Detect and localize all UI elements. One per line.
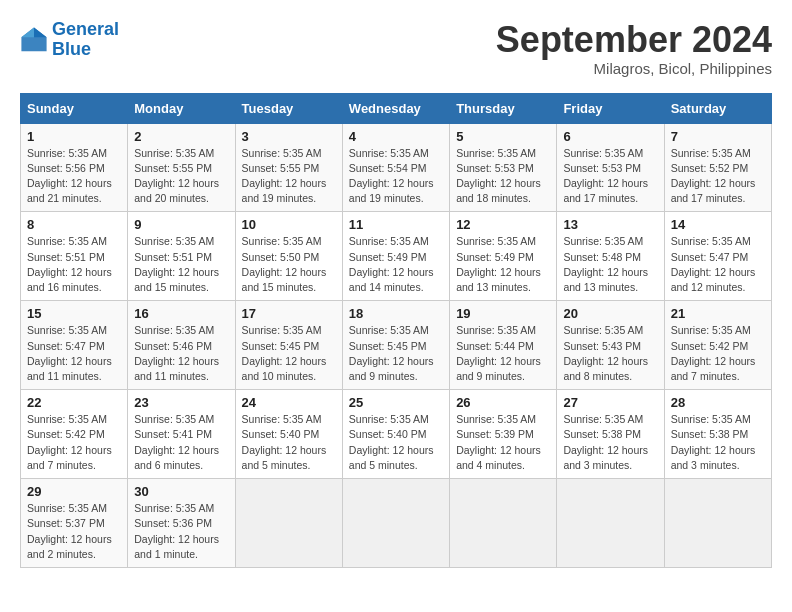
day-info: Sunrise: 5:35 AMSunset: 5:47 PMDaylight:… [27,324,112,382]
calendar-cell: 9 Sunrise: 5:35 AMSunset: 5:51 PMDayligh… [128,212,235,301]
month-title: September 2024 [496,20,772,60]
day-info: Sunrise: 5:35 AMSunset: 5:46 PMDaylight:… [134,324,219,382]
day-info: Sunrise: 5:35 AMSunset: 5:42 PMDaylight:… [671,324,756,382]
day-number: 19 [456,306,550,321]
day-number: 1 [27,129,121,144]
day-info: Sunrise: 5:35 AMSunset: 5:37 PMDaylight:… [27,502,112,560]
calendar-cell: 4 Sunrise: 5:35 AMSunset: 5:54 PMDayligh… [342,123,449,212]
day-number: 4 [349,129,443,144]
week-row-2: 8 Sunrise: 5:35 AMSunset: 5:51 PMDayligh… [21,212,772,301]
calendar-table: SundayMondayTuesdayWednesdayThursdayFrid… [20,93,772,568]
calendar-cell [557,479,664,568]
day-number: 28 [671,395,765,410]
day-info: Sunrise: 5:35 AMSunset: 5:36 PMDaylight:… [134,502,219,560]
calendar-cell: 24 Sunrise: 5:35 AMSunset: 5:40 PMDaylig… [235,390,342,479]
calendar-cell: 1 Sunrise: 5:35 AMSunset: 5:56 PMDayligh… [21,123,128,212]
day-info: Sunrise: 5:35 AMSunset: 5:50 PMDaylight:… [242,235,327,293]
day-number: 20 [563,306,657,321]
day-number: 11 [349,217,443,232]
day-info: Sunrise: 5:35 AMSunset: 5:40 PMDaylight:… [349,413,434,471]
day-info: Sunrise: 5:35 AMSunset: 5:40 PMDaylight:… [242,413,327,471]
header-row: SundayMondayTuesdayWednesdayThursdayFrid… [21,93,772,123]
week-row-1: 1 Sunrise: 5:35 AMSunset: 5:56 PMDayligh… [21,123,772,212]
calendar-cell [235,479,342,568]
calendar-cell: 3 Sunrise: 5:35 AMSunset: 5:55 PMDayligh… [235,123,342,212]
day-info: Sunrise: 5:35 AMSunset: 5:55 PMDaylight:… [242,147,327,205]
day-info: Sunrise: 5:35 AMSunset: 5:45 PMDaylight:… [242,324,327,382]
svg-marker-1 [34,27,47,37]
calendar-cell: 14 Sunrise: 5:35 AMSunset: 5:47 PMDaylig… [664,212,771,301]
day-info: Sunrise: 5:35 AMSunset: 5:42 PMDaylight:… [27,413,112,471]
day-number: 14 [671,217,765,232]
week-row-4: 22 Sunrise: 5:35 AMSunset: 5:42 PMDaylig… [21,390,772,479]
day-number: 27 [563,395,657,410]
calendar-cell: 11 Sunrise: 5:35 AMSunset: 5:49 PMDaylig… [342,212,449,301]
calendar-cell: 21 Sunrise: 5:35 AMSunset: 5:42 PMDaylig… [664,301,771,390]
day-number: 21 [671,306,765,321]
week-row-5: 29 Sunrise: 5:35 AMSunset: 5:37 PMDaylig… [21,479,772,568]
title-block: September 2024 Milagros, Bicol, Philippi… [496,20,772,77]
day-info: Sunrise: 5:35 AMSunset: 5:47 PMDaylight:… [671,235,756,293]
day-number: 7 [671,129,765,144]
logo-text: General Blue [52,20,119,60]
calendar-cell: 18 Sunrise: 5:35 AMSunset: 5:45 PMDaylig… [342,301,449,390]
day-info: Sunrise: 5:35 AMSunset: 5:45 PMDaylight:… [349,324,434,382]
day-info: Sunrise: 5:35 AMSunset: 5:52 PMDaylight:… [671,147,756,205]
calendar-cell [342,479,449,568]
page-header: General Blue September 2024 Milagros, Bi… [20,20,772,77]
day-number: 8 [27,217,121,232]
day-number: 3 [242,129,336,144]
header-cell-monday: Monday [128,93,235,123]
day-number: 30 [134,484,228,499]
day-number: 2 [134,129,228,144]
day-info: Sunrise: 5:35 AMSunset: 5:55 PMDaylight:… [134,147,219,205]
calendar-cell: 16 Sunrise: 5:35 AMSunset: 5:46 PMDaylig… [128,301,235,390]
calendar-cell [664,479,771,568]
calendar-cell: 5 Sunrise: 5:35 AMSunset: 5:53 PMDayligh… [450,123,557,212]
day-number: 22 [27,395,121,410]
calendar-cell: 2 Sunrise: 5:35 AMSunset: 5:55 PMDayligh… [128,123,235,212]
calendar-cell: 12 Sunrise: 5:35 AMSunset: 5:49 PMDaylig… [450,212,557,301]
day-number: 5 [456,129,550,144]
day-number: 13 [563,217,657,232]
day-info: Sunrise: 5:35 AMSunset: 5:48 PMDaylight:… [563,235,648,293]
calendar-cell: 22 Sunrise: 5:35 AMSunset: 5:42 PMDaylig… [21,390,128,479]
day-number: 10 [242,217,336,232]
calendar-cell: 6 Sunrise: 5:35 AMSunset: 5:53 PMDayligh… [557,123,664,212]
calendar-cell: 27 Sunrise: 5:35 AMSunset: 5:38 PMDaylig… [557,390,664,479]
calendar-cell: 10 Sunrise: 5:35 AMSunset: 5:50 PMDaylig… [235,212,342,301]
calendar-cell: 20 Sunrise: 5:35 AMSunset: 5:43 PMDaylig… [557,301,664,390]
day-number: 24 [242,395,336,410]
location-subtitle: Milagros, Bicol, Philippines [496,60,772,77]
day-number: 29 [27,484,121,499]
calendar-cell [450,479,557,568]
calendar-cell: 13 Sunrise: 5:35 AMSunset: 5:48 PMDaylig… [557,212,664,301]
day-number: 17 [242,306,336,321]
calendar-cell: 17 Sunrise: 5:35 AMSunset: 5:45 PMDaylig… [235,301,342,390]
day-info: Sunrise: 5:35 AMSunset: 5:53 PMDaylight:… [456,147,541,205]
calendar-cell: 25 Sunrise: 5:35 AMSunset: 5:40 PMDaylig… [342,390,449,479]
day-info: Sunrise: 5:35 AMSunset: 5:49 PMDaylight:… [456,235,541,293]
calendar-cell: 8 Sunrise: 5:35 AMSunset: 5:51 PMDayligh… [21,212,128,301]
calendar-cell: 29 Sunrise: 5:35 AMSunset: 5:37 PMDaylig… [21,479,128,568]
day-number: 23 [134,395,228,410]
calendar-cell: 23 Sunrise: 5:35 AMSunset: 5:41 PMDaylig… [128,390,235,479]
day-number: 12 [456,217,550,232]
day-info: Sunrise: 5:35 AMSunset: 5:53 PMDaylight:… [563,147,648,205]
calendar-cell: 7 Sunrise: 5:35 AMSunset: 5:52 PMDayligh… [664,123,771,212]
day-info: Sunrise: 5:35 AMSunset: 5:49 PMDaylight:… [349,235,434,293]
calendar-cell: 28 Sunrise: 5:35 AMSunset: 5:38 PMDaylig… [664,390,771,479]
calendar-body: 1 Sunrise: 5:35 AMSunset: 5:56 PMDayligh… [21,123,772,567]
day-info: Sunrise: 5:35 AMSunset: 5:39 PMDaylight:… [456,413,541,471]
day-info: Sunrise: 5:35 AMSunset: 5:51 PMDaylight:… [27,235,112,293]
day-info: Sunrise: 5:35 AMSunset: 5:43 PMDaylight:… [563,324,648,382]
header-cell-sunday: Sunday [21,93,128,123]
day-info: Sunrise: 5:35 AMSunset: 5:38 PMDaylight:… [671,413,756,471]
logo-icon [20,26,48,54]
header-cell-wednesday: Wednesday [342,93,449,123]
day-info: Sunrise: 5:35 AMSunset: 5:51 PMDaylight:… [134,235,219,293]
calendar-cell: 30 Sunrise: 5:35 AMSunset: 5:36 PMDaylig… [128,479,235,568]
day-number: 15 [27,306,121,321]
calendar-cell: 19 Sunrise: 5:35 AMSunset: 5:44 PMDaylig… [450,301,557,390]
day-info: Sunrise: 5:35 AMSunset: 5:41 PMDaylight:… [134,413,219,471]
